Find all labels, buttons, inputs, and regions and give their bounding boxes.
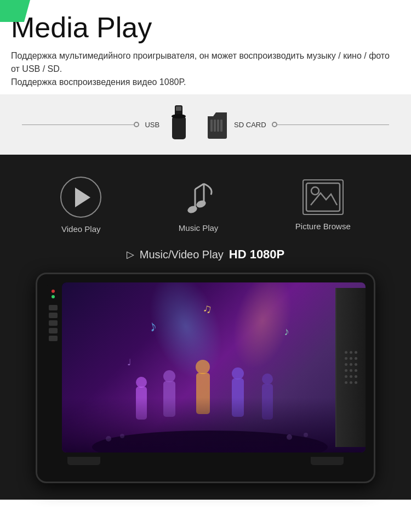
svg-rect-2 <box>176 106 181 111</box>
line-right <box>277 124 389 125</box>
green-dot <box>52 295 55 298</box>
video-play-label: Video Play <box>61 224 100 234</box>
car-screen: ♪ ♫ ♪ ♩ <box>36 273 375 483</box>
video-play-item: Video Play <box>60 177 101 234</box>
screen-inner: ♪ ♫ ♪ ♩ <box>62 282 366 452</box>
dot-right <box>272 122 277 127</box>
svg-point-25 <box>262 373 273 384</box>
sd-group: SD CARD <box>205 110 266 140</box>
svg-point-9 <box>195 199 207 208</box>
concert-crowd-gradient <box>62 398 366 452</box>
svg-point-3 <box>172 114 186 118</box>
music-note-icon <box>181 178 216 217</box>
car-screen-stand <box>45 452 366 465</box>
media-icons-row: Video Play Music Play <box>11 171 400 247</box>
sd-card-icon <box>205 110 230 140</box>
car-screen-container: ♪ ♫ ♪ ♩ <box>11 273 400 483</box>
play-arrow-icon: ▷ <box>127 248 134 261</box>
music-play-label: Music Play <box>179 223 219 233</box>
svg-rect-13 <box>306 183 340 211</box>
usb-icon <box>164 103 194 146</box>
mv-text: Music/Video Play <box>140 248 224 261</box>
stand-leg-left <box>67 457 100 465</box>
panel-btn-4[interactable] <box>49 328 58 333</box>
play-triangle-icon <box>75 188 90 207</box>
mv-label: ▷ Music/Video Play HD 1080P <box>11 247 400 262</box>
svg-point-19 <box>163 370 175 382</box>
dot-left <box>134 122 139 127</box>
panel-btn-1[interactable] <box>49 305 58 310</box>
svg-rect-5 <box>214 120 216 132</box>
picture-browse-icon <box>305 182 341 212</box>
svg-line-12 <box>195 184 204 189</box>
top-section: Media Play Поддержка мультимедийного про… <box>0 0 411 94</box>
svg-rect-4 <box>210 120 213 132</box>
usb-label: USB <box>145 121 159 129</box>
panel-btn-2[interactable] <box>49 313 58 318</box>
usb-sd-section: USB SD CARD <box>0 94 411 155</box>
sd-label: SD CARD <box>234 121 266 129</box>
description-text: Поддержка мультимедийного проигрывателя,… <box>11 49 400 89</box>
hd-badge: HD 1080P <box>229 247 285 262</box>
panel-btn-3[interactable] <box>49 320 58 326</box>
picture-browse-label: Picture Browse <box>295 222 351 231</box>
picture-browse-item: Picture Browse <box>295 179 351 231</box>
svg-point-14 <box>311 187 319 195</box>
page-title: Media Play <box>11 11 400 44</box>
speaker-right <box>335 288 366 447</box>
line-left <box>22 124 134 125</box>
music-play-item: Music Play <box>179 178 219 233</box>
svg-rect-7 <box>220 120 222 132</box>
concert-display: ♪ ♫ ♪ ♩ <box>62 282 366 452</box>
svg-point-23 <box>232 367 244 380</box>
svg-point-11 <box>186 205 198 214</box>
svg-rect-6 <box>217 120 219 132</box>
red-dot <box>52 290 55 293</box>
panel-btn-5[interactable] <box>49 336 58 341</box>
dark-section: Video Play Music Play <box>0 155 411 500</box>
video-play-circle <box>60 177 101 218</box>
svg-point-17 <box>136 377 147 388</box>
stand-leg-right <box>311 457 344 465</box>
svg-point-21 <box>196 360 210 374</box>
usb-group: USB <box>145 103 194 146</box>
picture-browse-icon-box <box>302 179 344 215</box>
svg-rect-0 <box>172 116 186 139</box>
left-button-panel <box>45 285 61 462</box>
